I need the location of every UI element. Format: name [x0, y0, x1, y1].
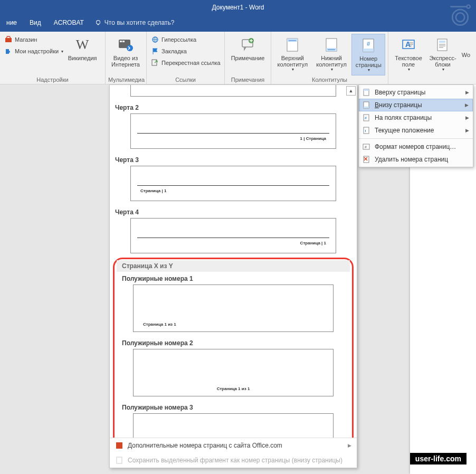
store-icon [4, 35, 13, 44]
footer-button[interactable]: Нижний колонтитул▾ [313, 34, 350, 75]
comment-button[interactable]: Примечание [227, 34, 268, 75]
svg-rect-29 [364, 107, 369, 108]
cross-ref-button[interactable]: Перекрестная ссылка [149, 57, 222, 69]
lightbulb-icon [94, 19, 102, 26]
tab-bar: ние Вид ACROBAT Что вы хотите сделать? [0, 15, 476, 32]
svg-rect-5 [5, 38, 12, 42]
svg-rect-20 [363, 49, 374, 52]
page-number-gallery: ▲ Черта 2 1 | Страница Черта 3 Страница … [109, 84, 357, 468]
svg-point-1 [456, 13, 465, 22]
ribbon: Магазин Мои надстройки▾ W Википедия Надс… [0, 32, 476, 84]
svg-text:#: # [365, 116, 367, 120]
gallery-item-line3[interactable]: Черта 3 [110, 153, 357, 166]
wordart-partial-button[interactable]: Wo [460, 34, 472, 75]
text-box-button[interactable]: A Текстовое поле▾ [391, 34, 426, 75]
menu-page-margins[interactable]: # На полях страницы ▶ [359, 111, 473, 124]
chevron-right-icon: ▶ [465, 115, 469, 120]
gallery-preview[interactable]: Страница | 1 [130, 166, 336, 201]
textbox-icon: A [400, 36, 417, 53]
tab-acrobat[interactable]: ACROBAT [47, 15, 90, 31]
chevron-right-icon: ▶ [465, 102, 469, 108]
store-button[interactable]: Магазин [3, 34, 65, 45]
svg-point-0 [452, 10, 468, 25]
chevron-right-icon: ▶ [348, 443, 351, 448]
header-icon [284, 36, 301, 53]
group-text: A Текстовое поле▾ Экспресс-блоки▾ Wo [388, 32, 476, 84]
page-margins-icon: # [362, 113, 370, 122]
gallery-section-header: Страница X из Y [117, 260, 350, 272]
menu-top-of-page[interactable]: Вверху страницы ▶ [359, 86, 473, 99]
watermark-icon [447, 0, 473, 32]
gallery-item-bold1[interactable]: Полужирные номера 1 [117, 272, 350, 285]
page-top-icon [362, 88, 370, 97]
svg-rect-32 [364, 127, 369, 134]
more-from-office-button[interactable]: Дополнительные номера страниц с сайта Of… [110, 438, 357, 453]
svg-text:#: # [367, 41, 370, 47]
group-media: Видео из Интернета Мультимедиа [106, 32, 147, 84]
menu-remove-page-numbers[interactable]: Удалить номера страниц [359, 153, 473, 166]
tab-partial[interactable]: ние [0, 15, 23, 31]
puzzle-icon [4, 47, 13, 55]
gallery-preview[interactable] [130, 85, 336, 97]
tab-view[interactable]: Вид [23, 15, 47, 31]
group-headerfooter: Верхний колонтитул▾ Нижний колонтитул▾ #… [271, 32, 388, 84]
globe-link-icon [151, 35, 159, 44]
svg-point-3 [96, 21, 100, 24]
format-numbers-icon: # [362, 143, 370, 151]
svg-point-2 [467, 5, 470, 8]
gallery-item-line4[interactable]: Черта 4 [110, 205, 357, 218]
gallery-preview[interactable]: Страница | 1 [130, 218, 336, 253]
video-icon [117, 36, 134, 53]
hyperlink-button[interactable]: Гиперссылка [149, 34, 222, 45]
credit-badge: user-life.com [410, 453, 467, 464]
group-addins: Магазин Мои надстройки▾ W Википедия Надс… [0, 32, 106, 84]
wikipedia-icon: W [74, 36, 91, 53]
group-label-links: Ссылки [149, 75, 222, 83]
svg-rect-37 [116, 442, 122, 449]
tell-me-search[interactable]: Что вы хотите сделать? [94, 19, 175, 26]
gallery-preview[interactable]: Страница 1 из 1 [133, 349, 334, 396]
page-number-button[interactable]: # Номер страницы▾ [351, 34, 385, 75]
office-icon [115, 441, 123, 450]
page-number-icon: # [360, 37, 377, 54]
gallery-preview[interactable]: Страница 1 из 1 [133, 285, 334, 332]
page-number-menu: Вверху страницы ▶ Внизу страницы ▶ # На … [358, 84, 473, 167]
gallery-item-bold2[interactable]: Полужирные номера 2 [117, 336, 350, 349]
my-addins-button[interactable]: Мои надстройки▾ [3, 45, 65, 57]
svg-rect-4 [98, 24, 99, 25]
gallery-item-bold3[interactable]: Полужирные номера 3 [117, 401, 350, 413]
window-title: Документ1 - Word [212, 4, 264, 11]
group-links: Гиперссылка Закладка Перекрестная ссылка… [147, 32, 225, 84]
menu-bottom-of-page[interactable]: Внизу страницы ▶ [359, 99, 473, 111]
document-area: Вверху страницы ▶ Внизу страницы ▶ # На … [0, 84, 476, 474]
svg-rect-38 [117, 457, 122, 463]
save-selection-button: Сохранить выделенный фрагмент как номер … [110, 453, 357, 468]
wikipedia-button[interactable]: W Википедия [66, 34, 98, 75]
footer-icon [323, 36, 340, 53]
gallery-footer: Дополнительные номера страниц с сайта Of… [110, 438, 357, 468]
highlighted-section: Страница X из Y Полужирные номера 1 Стра… [113, 258, 354, 438]
svg-rect-16 [287, 39, 298, 42]
menu-separator [359, 138, 473, 139]
gallery-item-line2[interactable]: Черта 2 [110, 101, 357, 113]
chevron-right-icon: ▶ [465, 128, 469, 133]
gallery-scroll-area[interactable]: ▲ Черта 2 1 | Страница Черта 3 Страница … [110, 85, 357, 438]
header-button[interactable]: Верхний колонтитул▾ [274, 34, 311, 75]
menu-format-page-numbers[interactable]: # Формат номеров страниц… [359, 140, 473, 153]
svg-rect-7 [120, 41, 122, 42]
online-video-button[interactable]: Видео из Интернета [108, 34, 143, 75]
save-fragment-icon [115, 456, 123, 464]
comment-icon [240, 36, 256, 53]
bookmark-button[interactable]: Закладка [149, 45, 222, 57]
menu-current-position[interactable]: Текущее положение ▶ [359, 124, 473, 137]
svg-text:#: # [365, 145, 367, 149]
title-bar: Документ1 - Word [0, 0, 476, 15]
current-position-icon [362, 126, 370, 135]
gallery-preview[interactable]: 1 | Страница [130, 113, 336, 149]
group-label-addins: Надстройки [3, 75, 102, 83]
cross-ref-icon [151, 59, 159, 67]
quick-parts-button[interactable]: Экспресс-блоки▾ [427, 34, 458, 75]
group-label-text [391, 75, 473, 83]
gallery-preview[interactable]: Страница 1 из 1 [133, 413, 334, 438]
scroll-up-button[interactable]: ▲ [346, 86, 356, 96]
